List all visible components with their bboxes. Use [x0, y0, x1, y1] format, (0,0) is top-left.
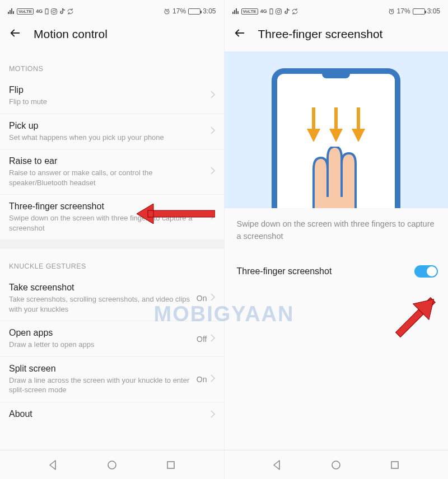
gesture-illustration	[225, 51, 449, 208]
back-icon[interactable]	[234, 27, 246, 41]
status-bar: VoLTE 4G 17%	[0, 0, 224, 19]
section-knuckle: KNUCKLE GESTURES	[0, 249, 224, 276]
volte-icon: VoLTE	[17, 8, 34, 15]
nav-home-icon[interactable]	[106, 459, 118, 471]
section-motions: MOTIONS	[0, 51, 224, 78]
svg-rect-14	[312, 107, 315, 130]
hand-icon	[294, 147, 378, 208]
svg-point-19	[332, 461, 340, 469]
nav-recent-icon[interactable]	[389, 459, 400, 471]
screenshot-pair: VoLTE 4G 17%	[0, 0, 448, 479]
row-title: Raise to ear	[9, 156, 211, 166]
svg-rect-1	[46, 8, 48, 9]
status-left: VoLTE 4G	[232, 8, 298, 15]
row-open-apps[interactable]: Open apps Draw a letter to open apps Off	[0, 321, 224, 357]
row-value: On	[197, 375, 207, 384]
svg-rect-7	[167, 462, 174, 468]
battery-icon	[188, 8, 200, 15]
refresh-icon	[292, 8, 298, 15]
svg-rect-16	[357, 107, 360, 130]
row-title: Three-finger screenshot	[9, 201, 211, 212]
clock-time: 3:05	[427, 7, 440, 15]
row-value: On	[197, 294, 207, 303]
row-flip[interactable]: Flip Flip to mute	[0, 78, 224, 114]
chevron-right-icon	[211, 212, 215, 222]
svg-point-3	[53, 10, 55, 13]
svg-rect-8	[270, 9, 273, 14]
row-three-finger-screenshot[interactable]: Three-finger screenshot Swipe down on th…	[0, 195, 224, 240]
chevron-right-icon	[211, 410, 215, 420]
instagram-icon	[276, 8, 282, 15]
settings-body: MOTIONS Flip Flip to mute Pick up Set wh…	[0, 51, 224, 450]
phone-right: VoLTE 4G 17%	[225, 0, 449, 479]
toggle-switch[interactable]	[414, 265, 438, 278]
description: Swipe down on the screen with three fing…	[225, 208, 449, 253]
row-title: Pick up	[9, 121, 211, 131]
svg-point-6	[108, 461, 116, 469]
settings-body: Swipe down on the screen with three fing…	[225, 51, 449, 450]
signal-icon	[232, 8, 239, 14]
svg-rect-20	[391, 462, 398, 468]
refresh-icon	[67, 8, 73, 15]
status-left: VoLTE 4G	[8, 8, 73, 15]
signal-icon	[8, 8, 15, 14]
status-right: 17% 3:05	[164, 7, 216, 15]
row-title: Open apps	[9, 328, 197, 338]
row-sub: Draw a line across the screen with your …	[9, 375, 197, 395]
svg-point-11	[277, 10, 280, 13]
tiktok-icon	[59, 8, 65, 15]
row-sub: Take screenshots, scrolling screenshots,…	[9, 294, 197, 314]
nav-home-icon[interactable]	[330, 459, 342, 471]
row-take-screenshot[interactable]: Take screenshot Take screenshots, scroll…	[0, 276, 224, 321]
battery-small-icon	[45, 8, 49, 15]
tiktok-icon	[284, 8, 290, 15]
row-sub: Swipe down on the screen with three fing…	[9, 213, 211, 233]
row-sub: Raise to answer or make calls, or contro…	[9, 168, 211, 187]
battery-percent: 17%	[397, 7, 410, 15]
status-right: 17% 3:05	[388, 7, 440, 15]
instagram-icon	[51, 8, 57, 15]
phone-left: VoLTE 4G 17%	[0, 0, 224, 479]
row-about[interactable]: About	[0, 402, 224, 428]
chevron-right-icon	[211, 126, 215, 137]
swipe-arrows-icon	[307, 107, 365, 142]
svg-point-4	[55, 9, 57, 10]
row-title: Take screenshot	[9, 283, 197, 293]
network-label: 4G	[36, 8, 43, 14]
row-value: Off	[197, 335, 207, 344]
nav-back-icon[interactable]	[272, 459, 283, 471]
chevron-right-icon	[211, 293, 215, 303]
battery-percent: 17%	[172, 7, 186, 15]
row-split-screen[interactable]: Split screen Draw a line across the scre…	[0, 357, 224, 402]
chevron-right-icon	[211, 374, 215, 384]
svg-rect-9	[270, 8, 272, 9]
chevron-right-icon	[211, 91, 215, 101]
network-label: 4G	[260, 8, 267, 14]
row-raise-to-ear[interactable]: Raise to ear Raise to answer or make cal…	[0, 149, 224, 195]
row-sub: Set what happens when you pick up your p…	[9, 133, 211, 143]
row-title: Flip	[9, 85, 211, 95]
nav-back-icon[interactable]	[48, 459, 59, 471]
alarm-icon	[388, 8, 395, 15]
row-title: Split screen	[9, 364, 197, 374]
chevron-right-icon	[211, 167, 215, 177]
nav-recent-icon[interactable]	[165, 459, 176, 471]
nav-bar	[225, 450, 449, 479]
nav-bar	[0, 450, 224, 479]
svg-rect-15	[334, 107, 338, 130]
toggle-label: Three-finger screenshot	[237, 266, 415, 276]
alarm-icon	[164, 8, 170, 15]
page-title: Three-finger screenshot	[258, 27, 383, 41]
battery-small-icon	[269, 8, 273, 15]
toggle-row: Three-finger screenshot	[225, 256, 449, 287]
row-sub: Draw a letter to open apps	[9, 340, 197, 350]
header: Three-finger screenshot	[225, 19, 449, 51]
row-title: About	[9, 409, 211, 419]
volte-icon: VoLTE	[241, 8, 258, 15]
back-icon[interactable]	[9, 27, 21, 41]
header: Motion control	[0, 19, 224, 51]
page-title: Motion control	[34, 27, 108, 41]
row-pickup[interactable]: Pick up Set what happens when you pick u…	[0, 114, 224, 150]
row-sub: Flip to mute	[9, 97, 211, 107]
svg-rect-0	[45, 9, 48, 14]
